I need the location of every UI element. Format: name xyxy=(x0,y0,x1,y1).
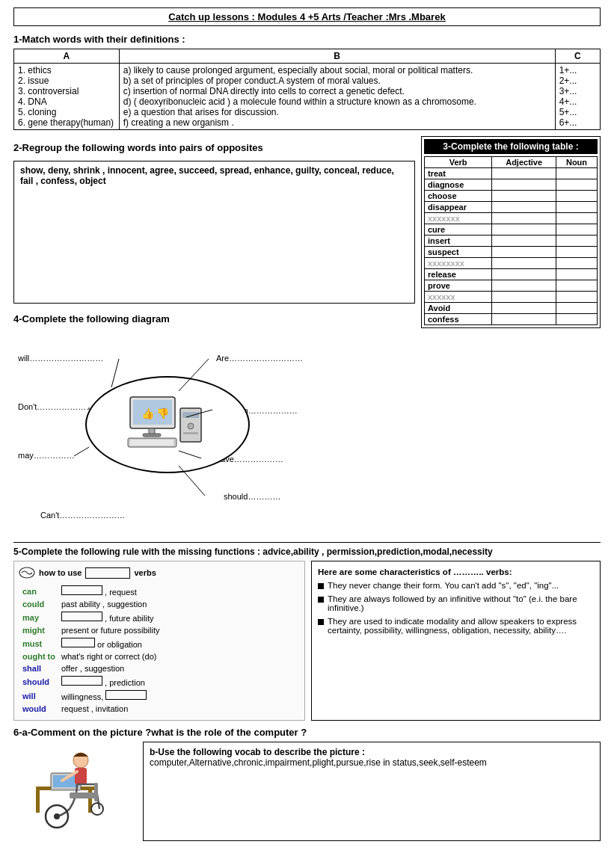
bullet-1: They never change their form. You can't … xyxy=(318,581,594,590)
s6-image xyxy=(13,742,137,841)
svg-rect-30 xyxy=(94,783,98,801)
table-row: xxxxxxxx xyxy=(425,258,598,269)
s3-table: Verb Adjective Noun treat diagnose choos… xyxy=(424,156,598,325)
svg-point-32 xyxy=(54,813,60,819)
how-to-use-label: how to use xyxy=(39,568,82,577)
s4-diagram: will……………………… Don't………………… may…………… Can'… xyxy=(13,334,601,536)
section6-title: 6-a-Comment on the picture ?what is the … xyxy=(13,727,601,738)
s6-b-title: b-Use the following vocab to describe th… xyxy=(150,747,594,757)
table-row: insert xyxy=(425,236,598,247)
modal-should: should xyxy=(22,677,49,686)
table-row: must or obligation xyxy=(20,637,298,650)
s3-verb-header: Verb xyxy=(425,157,492,168)
table-row: diagnose xyxy=(425,179,598,191)
fill-box-2 xyxy=(61,612,102,621)
svg-line-12 xyxy=(111,359,119,387)
col-a-header: A xyxy=(14,49,120,64)
table-row: xxxxxx xyxy=(425,292,598,303)
modal-will: will xyxy=(22,692,36,701)
svg-rect-9 xyxy=(182,412,199,418)
bullet-3: They are used to indicate modality and a… xyxy=(318,617,594,635)
definitions-col: a) likely to cause prolonged argument, e… xyxy=(119,64,555,130)
arrow-dont: Don't………………… xyxy=(18,402,94,411)
s3-adj-header: Adjective xyxy=(492,157,556,168)
svg-rect-21 xyxy=(36,790,40,813)
table-row: disappear xyxy=(425,202,598,213)
s2s3-wrapper: 2-Regroup the following words into pairs… xyxy=(13,136,601,328)
section4-title: 4-Complete the following diagram xyxy=(13,313,415,324)
modal-may: may xyxy=(22,613,39,622)
modal-ought: ought to xyxy=(22,652,55,661)
table-row: xxxxxxx xyxy=(425,213,598,224)
match-table: A B C 1. ethics2. issue3. controversial4… xyxy=(13,49,601,130)
table-row: shall offer , suggestion xyxy=(20,663,298,674)
table-row: confess xyxy=(425,314,598,325)
s5-how-header: how to use verbs xyxy=(19,566,300,579)
section2-title: 2-Regroup the following words into pairs… xyxy=(13,142,415,153)
wheelchair-illustration xyxy=(13,742,133,839)
table-row: might present or future possibility xyxy=(20,625,298,635)
arrow-cant: Can't…………………… xyxy=(40,511,125,520)
svg-rect-29 xyxy=(70,792,96,798)
modal-can: can xyxy=(22,587,37,596)
svg-line-14 xyxy=(74,447,89,456)
table-row: should , prediction xyxy=(20,675,298,688)
pen-icon xyxy=(19,566,35,579)
table-row: will willingness, xyxy=(20,689,298,702)
arrow-may: may…………… xyxy=(18,451,75,460)
computer-illustration: 👍 👎 xyxy=(123,391,212,458)
table-row: suspect xyxy=(425,247,598,258)
bullet-text-3: They are used to indicate modality and a… xyxy=(328,617,594,635)
s3-table-box: 3-Complete the following table : Verb Ad… xyxy=(421,136,601,328)
bullet-icon-3 xyxy=(318,619,324,625)
s6-vocab-text: computer,Alternative,chronic,impairment,… xyxy=(150,757,594,768)
fill-box-verbs xyxy=(85,567,130,579)
bullet-text-1: They never change their form. You can't … xyxy=(328,581,559,590)
svg-point-10 xyxy=(188,423,194,429)
fill-box-3 xyxy=(61,638,95,647)
modal-must: must xyxy=(22,639,42,648)
modal-shall: shall xyxy=(22,664,41,673)
diagram-oval: 👍 👎 xyxy=(85,376,250,473)
table-row: can , request xyxy=(20,585,298,597)
svg-rect-5 xyxy=(143,434,161,437)
svg-point-33 xyxy=(91,803,103,815)
table-row: would request , invitation xyxy=(20,704,298,714)
s5-left-box: how to use verbs can , request could pas… xyxy=(13,561,305,721)
arrow-will: will……………………… xyxy=(18,354,103,363)
table-row: prove xyxy=(425,280,598,292)
modal-verbs-table: can , request could past ability , sugge… xyxy=(19,583,300,715)
table-row: Avoid xyxy=(425,303,598,314)
table-row: cure xyxy=(425,224,598,236)
s3-title: 3-Complete the following table : xyxy=(424,139,598,154)
table-row: choose xyxy=(425,191,598,202)
s3-noun-header: Noun xyxy=(556,157,598,168)
table-row: may , future ability xyxy=(20,611,298,624)
s2-words: show, deny, shrink , innocent, agree, su… xyxy=(20,165,394,186)
svg-rect-11 xyxy=(183,432,198,434)
s4-diagram-wrapper: will……………………… Don't………………… may…………… Can'… xyxy=(13,334,601,536)
svg-text:👍: 👍 xyxy=(141,407,155,420)
module-underline: Modules 4 +5 xyxy=(258,11,319,22)
page-header: Catch up lessons : Modules 4 +5 Arts /Te… xyxy=(13,7,601,26)
table-row: ought to what's right or correct (do) xyxy=(20,651,298,662)
s5-wrapper: how to use verbs can , request could pas… xyxy=(13,561,601,721)
svg-rect-7 xyxy=(130,440,174,446)
bullet-icon-2 xyxy=(318,597,324,603)
svg-text:👎: 👎 xyxy=(156,407,170,420)
modal-could: could xyxy=(22,600,44,609)
arrow-are: Are……………………… xyxy=(216,354,303,363)
arrow-should: should………… xyxy=(224,492,280,501)
fill-box-4 xyxy=(61,676,102,686)
header-text: Catch up lessons : Modules 4 +5 Arts /Te… xyxy=(168,11,445,22)
fill-box-5 xyxy=(105,690,147,700)
s6-vocab-box: b-Use the following vocab to describe th… xyxy=(143,742,601,841)
bullet-text-2: They are always followed by an infinitiv… xyxy=(328,594,594,612)
s6-wrapper: b-Use the following vocab to describe th… xyxy=(13,742,601,841)
s2-words-box: show, deny, shrink , innocent, agree, su… xyxy=(13,161,415,304)
table-row: treat xyxy=(425,168,598,179)
bullet-icon-1 xyxy=(318,583,324,589)
s5-right-box: Here are some characteristics of ……….. v… xyxy=(311,561,601,721)
fill-box-1 xyxy=(61,585,102,595)
table-row: could past ability , suggestion xyxy=(20,599,298,609)
